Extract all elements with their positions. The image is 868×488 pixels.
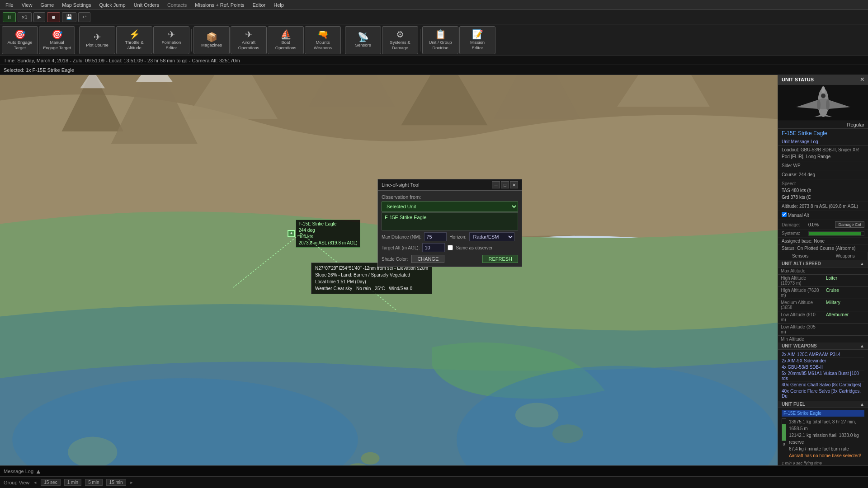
controls-bar: ⏸ ×1 ▶ ⏺ 💾 ↩: [0, 10, 868, 24]
unit-speed-block: Speed: TAS 480 kts (h Grd 378 kts (C: [778, 179, 868, 202]
fuel-line1: 13975.1 kg total fuel, 3 hr 27 min, 1658…: [789, 418, 864, 432]
time-step-15s[interactable]: 15 sec: [41, 479, 60, 486]
boat-ops-btn[interactable]: ⛵ BoatOperations: [268, 26, 304, 54]
unit-label: F-15E Strike Eagle 244 deg 480 kts 2073.…: [296, 220, 360, 248]
manual-alt-checkbox[interactable]: [782, 212, 787, 217]
unit-tabs: Sensors Weapons: [778, 252, 868, 260]
speed-indicator[interactable]: ×1: [18, 12, 32, 22]
unit-group-doctrine-btn[interactable]: 📋 Unit / GroupDoctrine: [422, 26, 458, 54]
los-change-btn[interactable]: CHANGE: [411, 255, 444, 263]
manual-engage-btn[interactable]: 🎯 ManualEngage Target: [39, 26, 75, 54]
menubar: File View Game Map Settings Quick Jump U…: [0, 0, 868, 10]
magazines-btn[interactable]: 📦 Magazines: [193, 26, 230, 54]
map-container[interactable]: ✈ F-15E Strike Eagle 244 deg 480 kts 207…: [0, 75, 778, 465]
menu-game[interactable]: Game: [37, 1, 57, 9]
menu-editor[interactable]: Editor: [249, 1, 269, 9]
los-targetalt-label: Target Alt (m AGL):: [382, 245, 420, 250]
alt-speed-title: UNIT ALT / SPEED: [782, 261, 821, 266]
pause-button[interactable]: ⏸: [3, 12, 16, 22]
menu-contacts[interactable]: Contacts: [164, 1, 190, 9]
los-refresh-btn[interactable]: REFRESH: [482, 255, 518, 263]
weapon-3: 4x GBU-53/B SDB-II: [782, 364, 864, 371]
unit-name-link[interactable]: F-15E Strike Eagle: [778, 129, 868, 138]
weapon-4: 5x 20mm/85 M61A1 Vulcan Burst [100 rds: [782, 371, 864, 382]
status-text: Time: Sunday, March 4, 2018 - Zulu: 09:5…: [4, 58, 240, 63]
coord-popup: N27°07'29'' E54°51'40'' -12nm from sel -…: [311, 263, 432, 294]
svg-point-18: [821, 86, 825, 94]
sensors-btn[interactable]: 📡 Sensors: [345, 26, 381, 54]
unit-course: Course: 244 deg: [778, 170, 868, 179]
unit-speed-label: 480 kts: [298, 234, 357, 240]
aircraft-ops-label: AircraftOperations: [238, 40, 259, 50]
magazines-label: Magazines: [201, 42, 222, 47]
weapons-expand[interactable]: ▲: [860, 343, 864, 348]
unit-msg-log-link[interactable]: Unit Message Log: [778, 138, 868, 145]
los-maximize-btn[interactable]: □: [501, 181, 509, 188]
bottom-bar: Group View ◄ 15 sec 1 min 5 min 15 min ►: [0, 476, 868, 488]
manual-engage-label: ManualEngage Target: [43, 40, 71, 50]
los-observation-select[interactable]: Selected Unit: [382, 202, 518, 211]
los-tool-titlebar[interactable]: Line-of-sight Tool ─ □ ✕: [378, 179, 522, 191]
aircraft-ops-btn[interactable]: ✈ AircraftOperations: [231, 26, 267, 54]
time-step-1m[interactable]: 1 min: [64, 479, 81, 486]
menu-view[interactable]: View: [18, 1, 36, 9]
sep4: [420, 29, 420, 52]
los-close-btn[interactable]: ✕: [510, 181, 518, 188]
systems-fill: [809, 232, 861, 235]
los-shade-label: Shade Color:: [382, 257, 408, 262]
fuel-expand[interactable]: ▲: [860, 402, 864, 407]
mission-editor-btn[interactable]: 📝 MissionEditor: [459, 26, 495, 54]
auto-engage-label: Auto EngageTarget: [8, 40, 33, 50]
auto-engage-icon: 🎯: [14, 30, 26, 39]
throttle-btn[interactable]: ⚡ Throttle &Altitude: [116, 26, 152, 54]
rewind-button[interactable]: ↩: [78, 12, 90, 22]
play-button[interactable]: ▶: [33, 12, 45, 22]
los-tool-winbtns: ─ □ ✕: [492, 181, 518, 188]
menu-help[interactable]: Help: [270, 1, 288, 9]
unit-speed-tas: TAS 480 kts (h: [782, 188, 811, 193]
manual-alt-label: Manual Alt: [788, 213, 809, 218]
alt-speed-expand[interactable]: ▲: [860, 261, 864, 266]
systems-damage-btn[interactable]: ⚙ Systems &Damage: [382, 26, 418, 54]
alt-med-value: Military: [823, 299, 868, 311]
los-horizon-select[interactable]: Radar/ESM: [469, 232, 514, 241]
los-sameobserver-checkbox[interactable]: [448, 245, 453, 250]
los-maxdist-input[interactable]: [424, 232, 447, 241]
fuel-bar-label: 0: [782, 442, 786, 446]
damage-crit-btn[interactable]: Damage Crit: [835, 221, 864, 228]
los-targetalt-row: Target Alt (m AGL): Same as observer: [382, 243, 518, 252]
svg-point-19: [821, 94, 826, 98]
fuel-info: 13975.1 kg total fuel, 3 hr 27 min, 1658…: [789, 418, 864, 459]
msg-log-expand-icon[interactable]: ▲: [35, 468, 42, 475]
aircraft-ops-icon: ✈: [245, 30, 253, 39]
menu-missions[interactable]: Missions + Ref. Points: [191, 1, 248, 9]
menu-mapsettings[interactable]: Map Settings: [58, 1, 94, 9]
mounts-weapons-btn[interactable]: 🔫 MountsWeapons: [305, 26, 341, 54]
unit-altitude-label: 2073.8 m ASL (819.8 m AGL): [298, 240, 357, 246]
fuel-section: F-15E Strike Eagle 0 13975.1 kg total fu…: [778, 408, 868, 465]
los-targetalt-input[interactable]: [422, 243, 445, 252]
fuel-unit-name: F-15E Strike Eagle: [782, 410, 864, 417]
plot-course-btn[interactable]: ✈ Plot Course: [79, 26, 115, 54]
time-step-15m[interactable]: 15 min: [106, 479, 126, 486]
save-button[interactable]: 💾: [62, 12, 76, 22]
coord-line3: Local time 1:51 PM (Day): [315, 278, 428, 285]
manual-engage-icon: 🎯: [52, 30, 63, 39]
alt-med-label: Medium Altitude (3658: [778, 299, 823, 311]
record-button[interactable]: ⏺: [47, 12, 60, 22]
menu-quickjump[interactable]: Quick Jump: [96, 1, 129, 9]
tab-weapons[interactable]: Weapons: [823, 252, 868, 260]
time-step-5m[interactable]: 5 min: [85, 479, 102, 486]
toolbar: 🎯 Auto EngageTarget 🎯 ManualEngage Targe…: [0, 24, 868, 56]
sep-right: ►: [130, 480, 134, 485]
auto-engage-btn[interactable]: 🎯 Auto EngageTarget: [2, 26, 38, 54]
tab-sensors[interactable]: Sensors: [778, 252, 823, 260]
los-minimize-btn[interactable]: ─: [492, 181, 500, 188]
damage-row: Damage: 0.0% Damage Crit: [778, 220, 868, 230]
formation-btn[interactable]: ✈ FormationEditor: [153, 26, 189, 54]
panel-close-btn[interactable]: ✕: [860, 76, 864, 83]
menu-unitorders[interactable]: Unit Orders: [130, 1, 163, 9]
unit-marker[interactable]: ✈ F-15E Strike Eagle 244 deg 480 kts 207…: [288, 220, 360, 248]
alt-high2-value: Cruise: [823, 287, 868, 299]
menu-file[interactable]: File: [2, 1, 17, 9]
